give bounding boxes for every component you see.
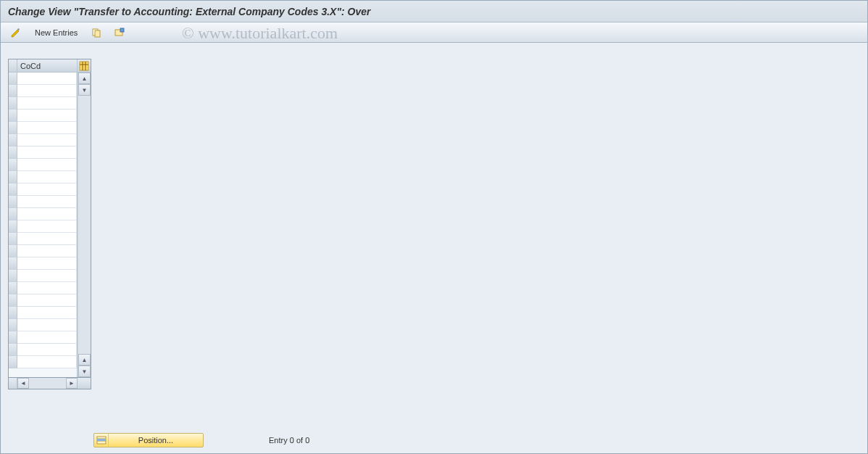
cocd-input[interactable] — [17, 171, 76, 183]
scroll-up-button[interactable]: ▲ — [78, 73, 91, 84]
row-selector[interactable] — [9, 356, 17, 368]
cocd-input[interactable] — [17, 294, 76, 306]
cocd-cell[interactable] — [17, 270, 77, 282]
position-button[interactable]: Position... — [93, 433, 204, 447]
table-row — [9, 220, 77, 233]
delimit-button[interactable] — [110, 25, 129, 40]
row-selector[interactable] — [9, 282, 17, 294]
cocd-input[interactable] — [17, 122, 76, 133]
cocd-input[interactable] — [17, 146, 76, 158]
row-selector[interactable] — [9, 270, 17, 282]
new-entries-button[interactable]: New Entries — [30, 25, 83, 40]
row-selector[interactable] — [9, 196, 17, 208]
row-selector[interactable] — [9, 134, 17, 146]
cocd-cell[interactable] — [17, 245, 77, 257]
cocd-cell[interactable] — [17, 146, 77, 159]
cocd-cell[interactable] — [17, 331, 77, 344]
column-header-cocd[interactable]: CoCd — [17, 59, 77, 73]
cocd-input[interactable] — [17, 183, 76, 195]
entry-status-text: Entry 0 of 0 — [269, 436, 309, 445]
row-selector[interactable] — [9, 294, 17, 307]
cocd-cell[interactable] — [17, 344, 77, 356]
cocd-cell[interactable] — [17, 183, 77, 196]
cocd-input[interactable] — [17, 110, 76, 121]
row-selector[interactable] — [9, 146, 17, 159]
cocd-input[interactable] — [17, 208, 76, 220]
delimit-icon — [114, 27, 125, 38]
scroll-track[interactable] — [78, 96, 91, 354]
cocd-input[interactable] — [17, 233, 76, 244]
cocd-input[interactable] — [17, 220, 76, 232]
select-all-rows[interactable] — [9, 59, 17, 73]
scroll-up-step-button[interactable]: ▲ — [78, 354, 91, 366]
cocd-cell[interactable] — [17, 85, 77, 97]
cocd-cell[interactable] — [17, 196, 77, 208]
footer-bar: Position... Entry 0 of 0 — [1, 427, 867, 453]
cocd-cell[interactable] — [17, 257, 77, 270]
cocd-cell[interactable] — [17, 294, 77, 307]
cocd-input[interactable] — [17, 196, 76, 207]
cocd-input[interactable] — [17, 159, 76, 170]
hscroll-track[interactable] — [29, 378, 66, 389]
row-selector[interactable] — [9, 220, 17, 233]
row-selector[interactable] — [9, 122, 17, 134]
other-view-button[interactable] — [7, 25, 25, 40]
row-selector[interactable] — [9, 307, 17, 319]
cocd-cell[interactable] — [17, 134, 77, 146]
row-selector[interactable] — [9, 97, 17, 110]
cocd-cell[interactable] — [17, 208, 77, 220]
scroll-down-step-button[interactable]: ▼ — [78, 84, 91, 96]
vertical-scrollbar[interactable]: ▲ ▼ ▲ ▼ — [78, 73, 91, 377]
cocd-input[interactable] — [17, 270, 76, 281]
row-selector[interactable] — [9, 319, 17, 331]
application-toolbar: New Entries — [1, 22, 867, 43]
row-selector[interactable] — [9, 85, 17, 97]
cocd-input[interactable] — [17, 97, 76, 109]
cocd-cell[interactable] — [17, 97, 77, 110]
cocd-input[interactable] — [17, 73, 76, 84]
cocd-cell[interactable] — [17, 307, 77, 319]
cocd-input[interactable] — [17, 245, 76, 257]
copy-as-button[interactable] — [87, 25, 106, 40]
row-selector[interactable] — [9, 110, 17, 122]
row-selector[interactable] — [9, 171, 17, 183]
cocd-input[interactable] — [17, 319, 76, 331]
cocd-input[interactable] — [17, 344, 76, 355]
svg-rect-12 — [97, 439, 106, 441]
scroll-left-button[interactable]: ◄ — [17, 378, 29, 389]
row-selector[interactable] — [9, 183, 17, 196]
cocd-input[interactable] — [17, 85, 76, 96]
scroll-right-button[interactable]: ► — [66, 378, 78, 389]
row-selector[interactable] — [9, 159, 17, 171]
cocd-input[interactable] — [17, 257, 76, 269]
row-selector[interactable] — [9, 73, 17, 85]
row-selector[interactable] — [9, 233, 17, 245]
cocd-input[interactable] — [17, 307, 76, 318]
cocd-cell[interactable] — [17, 233, 77, 245]
cocd-cell[interactable] — [17, 282, 77, 294]
horizontal-scrollbar[interactable]: ◄ ► — [17, 378, 78, 389]
cocd-cell[interactable] — [17, 171, 77, 183]
cocd-cell[interactable] — [17, 122, 77, 134]
cocd-cell[interactable] — [17, 73, 77, 85]
row-selector[interactable] — [9, 344, 17, 356]
row-selector[interactable] — [9, 245, 17, 257]
cocd-cell[interactable] — [17, 220, 77, 233]
cocd-input[interactable] — [17, 331, 76, 343]
table-row — [9, 319, 77, 331]
cocd-cell[interactable] — [17, 356, 77, 368]
cocd-input[interactable] — [17, 282, 76, 294]
svg-rect-2 — [95, 30, 100, 37]
table-row — [9, 233, 77, 245]
cocd-cell[interactable] — [17, 110, 77, 122]
cocd-input[interactable] — [17, 134, 76, 146]
cocd-cell[interactable] — [17, 159, 77, 171]
scroll-down-button[interactable]: ▼ — [78, 366, 91, 377]
cocd-input[interactable] — [17, 356, 76, 368]
table-row — [9, 159, 77, 171]
row-selector[interactable] — [9, 208, 17, 220]
cocd-cell[interactable] — [17, 319, 77, 331]
row-selector[interactable] — [9, 331, 17, 344]
row-selector[interactable] — [9, 257, 17, 270]
table-settings-button[interactable] — [78, 59, 91, 73]
